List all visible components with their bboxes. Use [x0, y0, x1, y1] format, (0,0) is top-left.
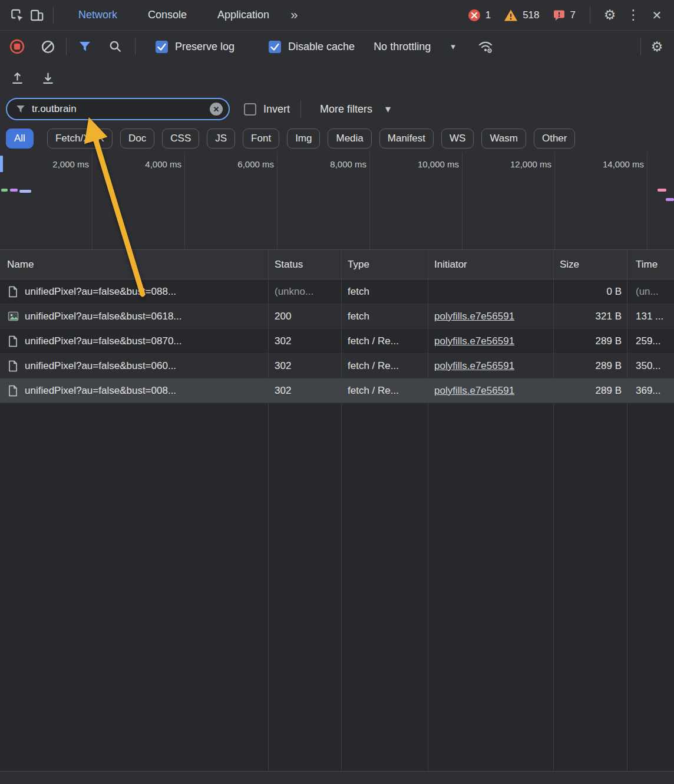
- request-time: (un...: [627, 279, 674, 304]
- request-size: 321 B: [554, 304, 627, 328]
- inspect-element-icon[interactable]: [7, 5, 27, 25]
- type-filter-js[interactable]: JS: [207, 129, 235, 149]
- checkbox-unchecked-icon: [244, 103, 256, 116]
- checkbox-checked-icon: [156, 41, 168, 53]
- timeline-gridline: [184, 152, 185, 249]
- request-size: 289 B: [554, 378, 627, 403]
- throttling-dropdown[interactable]: No throttling ▾: [374, 41, 455, 53]
- type-filter-fetch-xhr[interactable]: Fetch/XHR: [47, 129, 113, 149]
- table-row-selected[interactable]: unifiedPixel?au=false&bust=008... 302 fe…: [0, 378, 674, 403]
- filter-input-container[interactable]: ✕: [6, 98, 230, 120]
- toolbar-divider: [66, 38, 67, 55]
- record-network-log-icon[interactable]: [7, 37, 27, 57]
- preserve-log-label: Preserve log: [175, 41, 234, 53]
- search-icon[interactable]: [105, 37, 125, 57]
- disable-cache-checkbox[interactable]: Disable cache: [269, 41, 355, 53]
- preserve-log-checkbox[interactable]: Preserve log: [156, 41, 234, 53]
- tab-network[interactable]: Network: [63, 0, 133, 30]
- network-toolbar: Preserve log Disable cache No throttling…: [0, 31, 674, 62]
- import-har-icon[interactable]: [7, 68, 27, 88]
- har-toolbar: [0, 62, 674, 93]
- error-count: 1: [485, 9, 491, 21]
- column-header-type[interactable]: Type: [342, 250, 428, 279]
- type-filter-font[interactable]: Font: [243, 129, 279, 149]
- clear-network-log-icon[interactable]: [38, 37, 58, 57]
- checkbox-checked-icon: [269, 41, 281, 53]
- warning-icon: [504, 9, 518, 22]
- settings-gear-icon[interactable]: ⚙: [600, 5, 620, 25]
- timeline-request-bar: [658, 189, 666, 192]
- filter-funnel-small-icon: [15, 104, 26, 114]
- initiator-link[interactable]: polyfills.e7e56591: [434, 385, 514, 397]
- request-type-filters: All Fetch/XHR Doc CSS JS Font Img Media …: [0, 125, 674, 152]
- tab-application[interactable]: Application: [202, 0, 285, 30]
- network-conditions-icon[interactable]: [475, 37, 495, 57]
- column-header-name[interactable]: Name: [0, 250, 269, 279]
- kebab-menu-icon[interactable]: ⋮: [623, 5, 643, 25]
- network-settings-gear-icon[interactable]: ⚙: [647, 37, 667, 57]
- timeline-gridline: [92, 152, 92, 249]
- status-bar: [0, 771, 674, 784]
- warning-badge[interactable]: 518: [499, 9, 544, 22]
- type-filter-css[interactable]: CSS: [162, 129, 199, 149]
- timeline-brush-handle[interactable]: [0, 156, 3, 172]
- request-status: 302: [269, 378, 342, 403]
- more-tabs-icon[interactable]: »: [285, 8, 303, 23]
- type-filter-manifest[interactable]: Manifest: [379, 129, 434, 149]
- initiator-link[interactable]: polyfills.e7e56591: [434, 335, 514, 347]
- request-type: fetch: [342, 279, 428, 304]
- error-badge[interactable]: 1: [463, 9, 495, 22]
- request-time: 259...: [627, 329, 674, 353]
- table-empty-area: [0, 403, 674, 771]
- file-icon: [7, 360, 19, 372]
- request-time: 131 ...: [627, 304, 674, 328]
- network-overview-timeline[interactable]: 2,000 ms 4,000 ms 6,000 ms 8,000 ms 10,0…: [0, 152, 674, 250]
- filter-funnel-icon[interactable]: [75, 37, 95, 57]
- request-size: 289 B: [554, 354, 627, 378]
- type-filter-wasm[interactable]: Wasm: [481, 129, 526, 149]
- table-row[interactable]: unifiedPixel?au=false&bust=060... 302 fe…: [0, 354, 674, 378]
- request-initiator: [428, 279, 554, 304]
- invert-label: Invert: [263, 103, 290, 116]
- more-filters-dropdown[interactable]: More filters ▾: [320, 103, 391, 116]
- issue-count: 7: [570, 9, 576, 21]
- request-time: 350...: [627, 354, 674, 378]
- request-size: 0 B: [554, 279, 627, 304]
- toolbar-divider: [300, 100, 301, 118]
- filter-input[interactable]: [32, 103, 204, 115]
- request-type: fetch / Re...: [342, 329, 428, 353]
- chevron-down-icon: ▾: [451, 41, 455, 52]
- throttling-value: No throttling: [374, 41, 431, 53]
- initiator-link[interactable]: polyfills.e7e56591: [434, 360, 514, 372]
- issues-badge[interactable]: 7: [548, 9, 580, 22]
- request-size: 289 B: [554, 329, 627, 353]
- type-filter-media[interactable]: Media: [328, 129, 371, 149]
- type-filter-all[interactable]: All: [6, 129, 34, 149]
- type-filter-other[interactable]: Other: [534, 129, 576, 149]
- toolbar-divider: [590, 6, 590, 24]
- error-icon: [468, 9, 481, 22]
- timeline-request-bar: [1, 189, 8, 192]
- type-filter-ws[interactable]: WS: [441, 129, 474, 149]
- clear-filter-icon[interactable]: ✕: [210, 103, 223, 116]
- devtools-window: Network Console Application » 1 518: [0, 0, 674, 784]
- type-filter-doc[interactable]: Doc: [120, 129, 154, 149]
- device-toolbar-icon[interactable]: [27, 5, 47, 25]
- column-header-status[interactable]: Status: [269, 250, 342, 279]
- initiator-link[interactable]: polyfills.e7e56591: [434, 311, 514, 322]
- file-icon: [7, 335, 19, 347]
- invert-checkbox[interactable]: Invert: [244, 103, 290, 116]
- tab-console[interactable]: Console: [133, 0, 202, 30]
- column-header-initiator[interactable]: Initiator: [428, 250, 554, 279]
- column-header-size[interactable]: Size: [554, 250, 627, 279]
- timeline-tick: 4,000 ms: [145, 159, 181, 169]
- table-row[interactable]: unifiedPixel?au=false&bust=0870... 302 f…: [0, 329, 674, 354]
- request-status: 200: [269, 304, 342, 328]
- type-filter-img[interactable]: Img: [287, 129, 320, 149]
- close-devtools-icon[interactable]: ✕: [647, 5, 667, 25]
- file-icon: [7, 385, 19, 397]
- table-row[interactable]: unifiedPixel?au=false&bust=088... (unkno…: [0, 279, 674, 304]
- column-header-time[interactable]: Time: [627, 250, 674, 279]
- export-har-icon[interactable]: [38, 68, 58, 88]
- table-row[interactable]: unifiedPixel?au=false&bust=0618... 200 f…: [0, 304, 674, 329]
